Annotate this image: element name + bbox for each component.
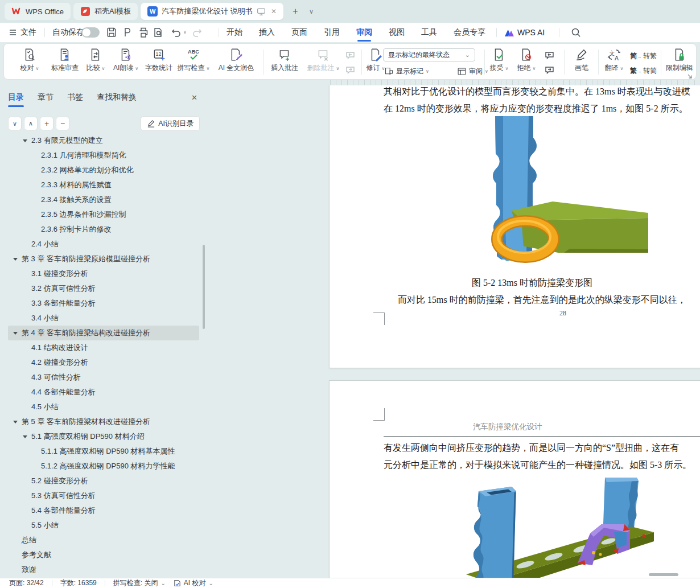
ai-read-aloud-button[interactable]: AI朗读: [110, 47, 142, 77]
tab-document-active[interactable]: W 汽车防撞梁优化设计 说明书: [141, 3, 283, 20]
standard-review-button[interactable]: 标准审查: [48, 47, 81, 77]
toc-item[interactable]: 第 4 章 客车前防撞梁结构改进碰撞分析: [8, 326, 199, 340]
collapse-all-button[interactable]: [24, 117, 38, 130]
review-pane-button[interactable]: 审阅: [457, 65, 488, 77]
print-icon[interactable]: [138, 27, 149, 38]
toc-item[interactable]: 3.3 各部件能量分析: [8, 296, 199, 311]
menu-item-review[interactable]: 审阅: [356, 23, 372, 42]
toc-item[interactable]: 2.4 小结: [8, 237, 199, 252]
reject-revision-button[interactable]: 拒绝: [514, 47, 539, 77]
toc-item[interactable]: 5.2 碰撞变形分析: [8, 474, 199, 488]
toc-item-label: 2.3.1 几何清理和模型简化: [41, 151, 126, 159]
toc-item[interactable]: 第 3 章 客车前防撞梁原始模型碰撞分析: [8, 252, 199, 266]
document-page-29[interactable]: 汽车防撞梁优化设计 有发生两侧向中间挤压变形的趋势，而是以同一方向的“S”型扭曲…: [329, 380, 700, 578]
toc-item[interactable]: 3.1 碰撞变形分析: [8, 266, 199, 281]
toc-item[interactable]: 4.2 碰撞变形分析: [8, 355, 199, 370]
toc-item[interactable]: 3.4 小结: [8, 311, 199, 326]
toc-item[interactable]: 4.5 小结: [8, 400, 199, 414]
horizontal-scrollbar[interactable]: [649, 573, 678, 576]
toc-item[interactable]: 总结: [8, 533, 199, 548]
to-simplified-button[interactable]: 繁 转简: [630, 64, 657, 77]
toc-item[interactable]: 5.5 小结: [8, 518, 199, 533]
menu-item-member[interactable]: 会员专享: [454, 23, 485, 42]
document-page-28[interactable]: 其相对比于优化设计的模型而言形变较之前集中。在 13ms 时表现出与改进模 在 …: [329, 85, 700, 368]
collapse-arrow-icon[interactable]: [13, 421, 18, 423]
sidebar-tab-toc[interactable]: 目录: [8, 92, 24, 107]
accept-revision-button[interactable]: 接受: [487, 47, 512, 77]
toc-item[interactable]: 参考文献: [8, 548, 199, 562]
ai-recognize-toc-button[interactable]: AI识别目录: [141, 116, 200, 131]
wps-ai-button[interactable]: WPS AI: [504, 23, 545, 42]
to-traditional-button[interactable]: 简 转繁: [630, 50, 657, 62]
ink-pen-button[interactable]: 画笔: [569, 47, 595, 77]
show-markup-button[interactable]: 显示标记: [384, 65, 429, 77]
toc-item[interactable]: 致谢: [8, 562, 199, 577]
close-tab-icon[interactable]: [271, 7, 277, 15]
insert-comment-button[interactable]: 插入批注: [267, 47, 302, 77]
spell-check-button[interactable]: ABC 拼写检查: [176, 47, 211, 77]
translate-button[interactable]: 文A 翻译: [602, 47, 627, 77]
present-monitor-icon[interactable]: [257, 7, 266, 16]
markup-state-dropdown[interactable]: 显示标记的最终状态: [383, 48, 475, 61]
toc-item[interactable]: 4.1 结构改进设计: [8, 340, 199, 355]
sidebar-tab-find-replace[interactable]: 查找和替换: [97, 92, 137, 107]
menu-item-insert[interactable]: 插入: [259, 23, 275, 42]
tab-docer-template[interactable]: 稻壳AI模板: [73, 3, 138, 20]
toc-item[interactable]: 5.1.1 高强度双相钢 DP590 材料基本属性: [8, 444, 199, 459]
collapse-arrow-icon[interactable]: [23, 435, 27, 438]
file-menu[interactable]: 文件: [20, 23, 36, 42]
toc-item[interactable]: 5.4 各部件能量分析: [8, 503, 199, 518]
collapse-arrow-icon[interactable]: [13, 332, 18, 335]
menu-item-page-layout[interactable]: 页面: [291, 23, 307, 42]
restrict-editing-button[interactable]: 限制编辑: [663, 47, 696, 77]
hamburger-menu-icon[interactable]: [9, 23, 18, 42]
print-preview-icon[interactable]: [153, 27, 164, 38]
expand-all-button[interactable]: [8, 117, 22, 130]
spellcheck-status-button[interactable]: 拼写检查: 关闭: [113, 578, 166, 588]
sidebar-tab-bookmarks[interactable]: 书签: [67, 92, 83, 107]
toc-item[interactable]: 2.3.2 网格单元的划分和优化: [8, 163, 199, 178]
undo-icon[interactable]: [171, 27, 182, 38]
expand-group-icon[interactable]: [687, 73, 693, 80]
toc-item[interactable]: 5.1.2 高强度双相钢 DP590 材料力学性能: [8, 459, 199, 474]
toc-item[interactable]: 2.3.6 控制卡片的修改: [8, 222, 199, 237]
tab-wps-office[interactable]: WPS Office: [5, 3, 71, 20]
sidebar-scrollbar[interactable]: [203, 245, 205, 329]
toc-item[interactable]: 2.3 有限元模型的建立: [8, 137, 199, 148]
ai-proofread-button[interactable]: AI 校对: [174, 578, 213, 588]
autosave-toggle[interactable]: [81, 27, 100, 38]
ai-polish-button[interactable]: AI 全文润色: [212, 47, 260, 77]
toc-item[interactable]: 5.1 高强度双相钢 DP590 材料介绍: [8, 429, 199, 444]
toc-item[interactable]: 3.2 仿真可信性分析: [8, 281, 199, 296]
menu-item-view[interactable]: 视图: [389, 23, 405, 42]
toc-item[interactable]: 第 5 章 客车前防撞梁材料改进碰撞分析: [8, 414, 199, 429]
toc-item[interactable]: 2.3.4 接触关系的设置: [8, 192, 199, 207]
menu-item-reference[interactable]: 引用: [324, 23, 340, 42]
collapse-arrow-icon[interactable]: [13, 258, 18, 261]
next-revision-button[interactable]: [542, 63, 557, 76]
close-sidebar-icon[interactable]: [191, 93, 197, 102]
toc-item[interactable]: 2.3.1 几何清理和模型简化: [8, 148, 199, 163]
zoom-out-outline-button[interactable]: −: [56, 117, 69, 130]
word-count-button[interactable]: 12 字数统计: [143, 47, 175, 77]
toc-item[interactable]: 5.3 仿真可信性分析: [8, 488, 199, 503]
menu-item-tools[interactable]: 工具: [421, 23, 437, 42]
undo-dropdown-icon[interactable]: [183, 30, 187, 35]
collapse-arrow-icon[interactable]: [23, 139, 27, 142]
menu-item-home[interactable]: 开始: [227, 23, 242, 42]
tab-list-button[interactable]: [304, 5, 318, 18]
previous-revision-button[interactable]: [542, 48, 557, 61]
sidebar-tab-chapters[interactable]: 章节: [38, 92, 53, 107]
compare-button[interactable]: 比较: [83, 47, 109, 77]
toc-item[interactable]: 2.3.3 材料的属性赋值: [8, 178, 199, 192]
toc-item[interactable]: 4.4 各部件能量分析: [8, 385, 199, 400]
proofread-button[interactable]: 校对: [13, 47, 46, 77]
save-icon[interactable]: [106, 27, 117, 38]
new-tab-button[interactable]: [289, 5, 302, 18]
export-pdf-icon[interactable]: [121, 27, 133, 38]
search-icon[interactable]: [570, 27, 582, 38]
toc-item[interactable]: 4.3 可信性分析: [8, 370, 199, 385]
toc-item[interactable]: 2.3.5 边界条件和沙漏控制: [8, 207, 199, 222]
document-viewport[interactable]: 其相对比于优化设计的模型而言形变较之前集中。在 13ms 时表现出与改进模 在 …: [208, 85, 700, 578]
zoom-in-outline-button[interactable]: [40, 117, 53, 130]
